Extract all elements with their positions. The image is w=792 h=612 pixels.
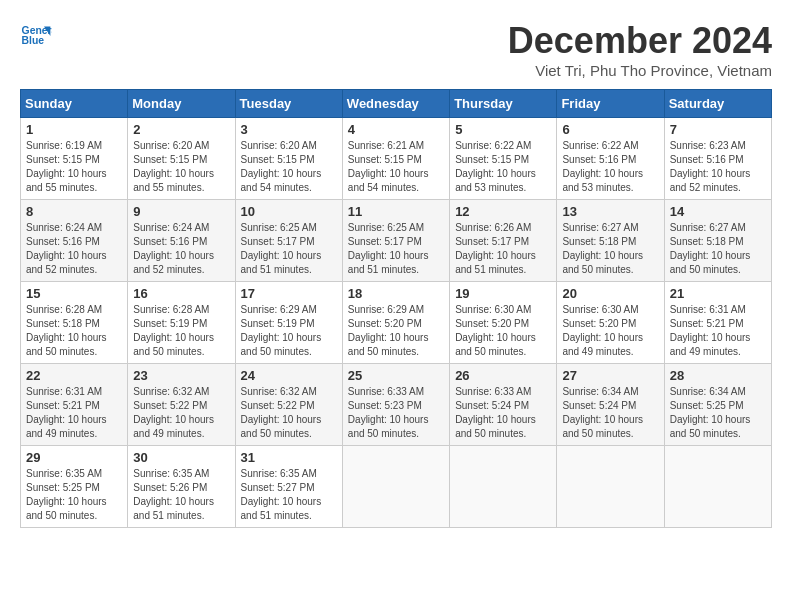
day-number: 12	[455, 204, 551, 219]
calendar-cell: 12Sunrise: 6:26 AM Sunset: 5:17 PM Dayli…	[450, 200, 557, 282]
day-number: 21	[670, 286, 766, 301]
day-of-week-header: Tuesday	[235, 90, 342, 118]
day-number: 8	[26, 204, 122, 219]
day-number: 17	[241, 286, 337, 301]
calendar-cell: 5Sunrise: 6:22 AM Sunset: 5:15 PM Daylig…	[450, 118, 557, 200]
day-number: 13	[562, 204, 658, 219]
day-info: Sunrise: 6:22 AM Sunset: 5:16 PM Dayligh…	[562, 139, 658, 195]
day-info: Sunrise: 6:34 AM Sunset: 5:24 PM Dayligh…	[562, 385, 658, 441]
location-title: Viet Tri, Phu Tho Province, Vietnam	[508, 62, 772, 79]
day-info: Sunrise: 6:26 AM Sunset: 5:17 PM Dayligh…	[455, 221, 551, 277]
calendar-cell	[664, 446, 771, 528]
day-info: Sunrise: 6:20 AM Sunset: 5:15 PM Dayligh…	[241, 139, 337, 195]
calendar-cell: 4Sunrise: 6:21 AM Sunset: 5:15 PM Daylig…	[342, 118, 449, 200]
day-number: 25	[348, 368, 444, 383]
day-info: Sunrise: 6:19 AM Sunset: 5:15 PM Dayligh…	[26, 139, 122, 195]
calendar-cell: 18Sunrise: 6:29 AM Sunset: 5:20 PM Dayli…	[342, 282, 449, 364]
calendar-cell: 25Sunrise: 6:33 AM Sunset: 5:23 PM Dayli…	[342, 364, 449, 446]
day-info: Sunrise: 6:31 AM Sunset: 5:21 PM Dayligh…	[26, 385, 122, 441]
day-of-week-header: Wednesday	[342, 90, 449, 118]
day-of-week-header: Saturday	[664, 90, 771, 118]
day-number: 11	[348, 204, 444, 219]
day-info: Sunrise: 6:32 AM Sunset: 5:22 PM Dayligh…	[241, 385, 337, 441]
day-info: Sunrise: 6:21 AM Sunset: 5:15 PM Dayligh…	[348, 139, 444, 195]
day-number: 23	[133, 368, 229, 383]
day-info: Sunrise: 6:27 AM Sunset: 5:18 PM Dayligh…	[670, 221, 766, 277]
day-number: 5	[455, 122, 551, 137]
day-number: 15	[26, 286, 122, 301]
day-number: 10	[241, 204, 337, 219]
day-of-week-header: Sunday	[21, 90, 128, 118]
day-info: Sunrise: 6:35 AM Sunset: 5:25 PM Dayligh…	[26, 467, 122, 523]
day-of-week-header: Friday	[557, 90, 664, 118]
calendar-cell: 15Sunrise: 6:28 AM Sunset: 5:18 PM Dayli…	[21, 282, 128, 364]
day-number: 27	[562, 368, 658, 383]
day-info: Sunrise: 6:32 AM Sunset: 5:22 PM Dayligh…	[133, 385, 229, 441]
day-info: Sunrise: 6:29 AM Sunset: 5:20 PM Dayligh…	[348, 303, 444, 359]
calendar-cell: 30Sunrise: 6:35 AM Sunset: 5:26 PM Dayli…	[128, 446, 235, 528]
calendar-cell: 28Sunrise: 6:34 AM Sunset: 5:25 PM Dayli…	[664, 364, 771, 446]
calendar-cell: 27Sunrise: 6:34 AM Sunset: 5:24 PM Dayli…	[557, 364, 664, 446]
day-number: 24	[241, 368, 337, 383]
calendar-cell: 7Sunrise: 6:23 AM Sunset: 5:16 PM Daylig…	[664, 118, 771, 200]
calendar-cell	[342, 446, 449, 528]
day-info: Sunrise: 6:20 AM Sunset: 5:15 PM Dayligh…	[133, 139, 229, 195]
day-number: 2	[133, 122, 229, 137]
day-info: Sunrise: 6:29 AM Sunset: 5:19 PM Dayligh…	[241, 303, 337, 359]
svg-text:Blue: Blue	[22, 35, 45, 46]
day-info: Sunrise: 6:24 AM Sunset: 5:16 PM Dayligh…	[133, 221, 229, 277]
calendar-cell: 8Sunrise: 6:24 AM Sunset: 5:16 PM Daylig…	[21, 200, 128, 282]
calendar-cell	[450, 446, 557, 528]
logo: General Blue	[20, 20, 52, 52]
day-number: 7	[670, 122, 766, 137]
day-number: 22	[26, 368, 122, 383]
calendar-cell: 13Sunrise: 6:27 AM Sunset: 5:18 PM Dayli…	[557, 200, 664, 282]
day-info: Sunrise: 6:28 AM Sunset: 5:18 PM Dayligh…	[26, 303, 122, 359]
day-info: Sunrise: 6:22 AM Sunset: 5:15 PM Dayligh…	[455, 139, 551, 195]
day-number: 28	[670, 368, 766, 383]
day-info: Sunrise: 6:31 AM Sunset: 5:21 PM Dayligh…	[670, 303, 766, 359]
calendar-cell: 6Sunrise: 6:22 AM Sunset: 5:16 PM Daylig…	[557, 118, 664, 200]
calendar-cell: 21Sunrise: 6:31 AM Sunset: 5:21 PM Dayli…	[664, 282, 771, 364]
day-number: 29	[26, 450, 122, 465]
day-number: 31	[241, 450, 337, 465]
calendar-cell: 31Sunrise: 6:35 AM Sunset: 5:27 PM Dayli…	[235, 446, 342, 528]
calendar-cell: 22Sunrise: 6:31 AM Sunset: 5:21 PM Dayli…	[21, 364, 128, 446]
day-number: 26	[455, 368, 551, 383]
day-info: Sunrise: 6:30 AM Sunset: 5:20 PM Dayligh…	[562, 303, 658, 359]
day-info: Sunrise: 6:24 AM Sunset: 5:16 PM Dayligh…	[26, 221, 122, 277]
calendar-cell: 19Sunrise: 6:30 AM Sunset: 5:20 PM Dayli…	[450, 282, 557, 364]
calendar-cell	[557, 446, 664, 528]
calendar-cell: 20Sunrise: 6:30 AM Sunset: 5:20 PM Dayli…	[557, 282, 664, 364]
day-number: 19	[455, 286, 551, 301]
day-info: Sunrise: 6:25 AM Sunset: 5:17 PM Dayligh…	[241, 221, 337, 277]
day-number: 3	[241, 122, 337, 137]
calendar-cell: 9Sunrise: 6:24 AM Sunset: 5:16 PM Daylig…	[128, 200, 235, 282]
calendar-cell: 26Sunrise: 6:33 AM Sunset: 5:24 PM Dayli…	[450, 364, 557, 446]
day-of-week-header: Monday	[128, 90, 235, 118]
calendar-cell: 17Sunrise: 6:29 AM Sunset: 5:19 PM Dayli…	[235, 282, 342, 364]
day-info: Sunrise: 6:28 AM Sunset: 5:19 PM Dayligh…	[133, 303, 229, 359]
day-info: Sunrise: 6:34 AM Sunset: 5:25 PM Dayligh…	[670, 385, 766, 441]
day-info: Sunrise: 6:27 AM Sunset: 5:18 PM Dayligh…	[562, 221, 658, 277]
day-info: Sunrise: 6:35 AM Sunset: 5:26 PM Dayligh…	[133, 467, 229, 523]
title-section: December 2024 Viet Tri, Phu Tho Province…	[508, 20, 772, 79]
day-number: 1	[26, 122, 122, 137]
calendar-cell: 11Sunrise: 6:25 AM Sunset: 5:17 PM Dayli…	[342, 200, 449, 282]
day-number: 6	[562, 122, 658, 137]
day-number: 4	[348, 122, 444, 137]
calendar-cell: 14Sunrise: 6:27 AM Sunset: 5:18 PM Dayli…	[664, 200, 771, 282]
day-number: 18	[348, 286, 444, 301]
calendar-cell: 10Sunrise: 6:25 AM Sunset: 5:17 PM Dayli…	[235, 200, 342, 282]
day-number: 14	[670, 204, 766, 219]
calendar-cell: 16Sunrise: 6:28 AM Sunset: 5:19 PM Dayli…	[128, 282, 235, 364]
day-info: Sunrise: 6:30 AM Sunset: 5:20 PM Dayligh…	[455, 303, 551, 359]
day-info: Sunrise: 6:33 AM Sunset: 5:24 PM Dayligh…	[455, 385, 551, 441]
day-number: 9	[133, 204, 229, 219]
month-title: December 2024	[508, 20, 772, 62]
day-info: Sunrise: 6:23 AM Sunset: 5:16 PM Dayligh…	[670, 139, 766, 195]
calendar-cell: 3Sunrise: 6:20 AM Sunset: 5:15 PM Daylig…	[235, 118, 342, 200]
calendar-table: SundayMondayTuesdayWednesdayThursdayFrid…	[20, 89, 772, 528]
calendar-cell: 24Sunrise: 6:32 AM Sunset: 5:22 PM Dayli…	[235, 364, 342, 446]
calendar-cell: 29Sunrise: 6:35 AM Sunset: 5:25 PM Dayli…	[21, 446, 128, 528]
